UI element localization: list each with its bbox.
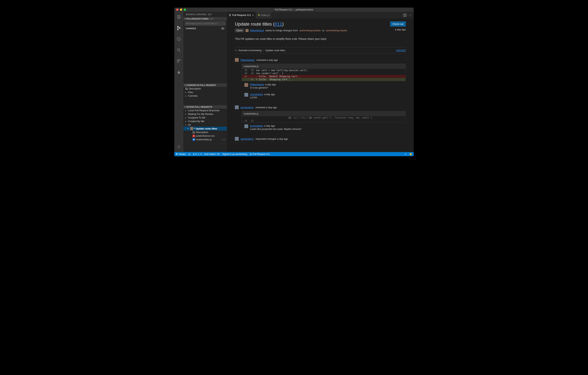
comment-time: a day ago: [265, 83, 276, 86]
target-branch: auchenberg:master.: [326, 29, 348, 32]
comment-author-link[interactable]: auchenberg: [250, 93, 263, 96]
signed-in-indicator[interactable]: Signed in as auchenberg: [222, 153, 247, 155]
comment-author-link[interactable]: RMacfarlane: [250, 83, 264, 86]
review-comment: auchenberga day ago Looks like productId…: [242, 122, 406, 132]
diff-line-deleted: - title: 'NodeJS Shopping Cart',: [255, 75, 406, 78]
svg-point-22: [250, 153, 251, 154]
deleted-file-icon: D: [192, 135, 195, 137]
branch-indicator[interactable]: tweaks: [176, 153, 186, 155]
search-icon[interactable]: [174, 46, 183, 54]
tab-index-js[interactable]: JS index.js: [256, 12, 272, 18]
changes-in-pr-header[interactable]: ▾ CHANGES IN PULL REQUEST: [183, 83, 227, 87]
sync-button[interactable]: [188, 153, 190, 155]
app-window: Pull Request #11 — pullrequest-demo: [174, 8, 414, 156]
explorer-icon[interactable]: [174, 13, 183, 21]
diff-box: routes/index.js 3939var cart = new Cart(…: [242, 64, 406, 81]
diff-table: @@ -11,7 +11,7 @@ router.get('/', functi…: [242, 116, 406, 122]
extensions-icon[interactable]: [174, 57, 183, 65]
tree-item-local-branches[interactable]: ▸Local Pull Request Branches: [183, 109, 227, 112]
repo-section-header[interactable]: ▾ PULLREQUEST-DEMO GIT: [183, 17, 227, 21]
repo-name: PULLREQUEST-DEMO: [186, 18, 209, 20]
svg-point-15: [193, 132, 194, 133]
author-link[interactable]: RMacfarlane: [250, 29, 264, 32]
event-user-link[interactable]: auchenberg: [241, 137, 254, 140]
chevron-down-icon: ▾: [185, 18, 185, 20]
review-comment: RMacfarlanea day ago Is it too generic?: [242, 81, 406, 91]
modified-file-icon: M: [192, 138, 195, 141]
split-editor-icon[interactable]: [403, 14, 406, 17]
svg-point-21: [177, 154, 178, 154]
azure-icon[interactable]: [174, 68, 183, 76]
tab-label: index.js: [261, 14, 269, 16]
reviewer-link[interactable]: auchenberg: [241, 106, 254, 109]
commit-message: Update route titles: [265, 49, 285, 52]
diff-line: [255, 119, 406, 122]
diff-file-path[interactable]: routes/index.js: [242, 111, 406, 116]
reviewer-link[interactable]: RMacfarlane: [241, 59, 255, 61]
diff-file-path[interactable]: routes/index.js: [242, 64, 406, 69]
pr-icon: [192, 131, 195, 134]
tree-label: Commits: [188, 94, 198, 97]
svg-point-4: [179, 28, 180, 29]
chevron-down-icon: ▾: [185, 106, 185, 108]
commit-row[interactable]: ⊙ Kenneth Auchenberg: Update route title…: [235, 47, 406, 54]
tree-item-favicon[interactable]: D public/favicon.ico: [183, 134, 227, 138]
chevron-right-icon: ▸: [185, 91, 187, 93]
commit-sha-link[interactable]: b282d10: [396, 49, 406, 52]
auto-attach-indicator[interactable]: Auto Attach: On: [204, 153, 220, 155]
diff-line: res.render('cart', {: [255, 72, 406, 75]
tree-label: Files: [188, 91, 193, 94]
pr-title: Update route titles (#11): [235, 22, 348, 27]
pr-status-badge: Open: [235, 29, 244, 32]
review-action: reviewed a day ago: [256, 106, 277, 109]
diff-line: var cart = new Cart(req.session.cart);: [255, 69, 406, 72]
tree-label: routes/index.js: [196, 138, 212, 141]
repo-provider: GIT: [210, 18, 213, 20]
svg-rect-7: [177, 60, 179, 61]
pr-context-indicator[interactable]: Pull Request #11: [250, 153, 270, 155]
file-status-icon: コメ: [222, 138, 226, 141]
comment-time: a day ago: [264, 124, 275, 127]
settings-gear-icon[interactable]: [174, 143, 183, 151]
feedback-icon[interactable]: ☺: [404, 153, 407, 155]
checkout-button[interactable]: Check out: [390, 22, 406, 27]
svg-point-19: [176, 153, 177, 154]
chevron-right-icon: ▸: [185, 120, 187, 122]
notifications-icon[interactable]: 🔔: [409, 153, 412, 155]
scm-icon[interactable]: [174, 24, 183, 32]
chevron-right-icon: ▸: [185, 113, 187, 115]
tree-item-pr-description[interactable]: Description: [183, 131, 227, 134]
github-prs-header[interactable]: ▾ GITHUB PULL REQUESTS: [183, 105, 227, 109]
svg-point-3: [178, 29, 178, 30]
comment-author-link[interactable]: auchenberg: [250, 124, 263, 127]
debug-icon[interactable]: [174, 35, 183, 43]
timeline-event: auchenberg requested changes a day ago: [235, 137, 406, 141]
tree-item-commits[interactable]: ▸ Commits: [183, 94, 227, 98]
error-icon: ⊘: [193, 153, 195, 155]
titlebar: Pull Request #11 — pullrequest-demo: [174, 8, 414, 12]
tree-item-files[interactable]: ▸ Files: [183, 90, 227, 94]
tab-label: Pull Request #11: [232, 14, 251, 16]
commit-message-input[interactable]: [185, 21, 226, 26]
tree-item-waiting-review[interactable]: ▸Waiting For My Review: [183, 112, 227, 116]
more-actions-icon[interactable]: ⋯: [409, 14, 411, 17]
tree-item-all[interactable]: ▾All: [183, 123, 227, 127]
sidebar: SOURCE CONTROL: GIT ▾ PULLREQUEST-DEMO G…: [183, 12, 227, 152]
tree-label: Assigned To Me: [188, 116, 205, 119]
comment-body: LGTM: [250, 96, 275, 99]
tree-item-index-js[interactable]: M routes/index.js コメ: [183, 138, 227, 141]
tree-item-assigned[interactable]: ▸Assigned To Me: [183, 116, 227, 120]
avatar: [235, 137, 239, 141]
pr-number-link[interactable]: #11: [274, 22, 282, 27]
tree-item-created[interactable]: ▸Created By Me: [183, 120, 227, 123]
warning-icon: ⚠: [198, 153, 200, 155]
chevron-down-icon: ▾: [185, 84, 185, 86]
tab-pull-request[interactable]: ☰ Pull Request #11 ×: [227, 12, 256, 18]
close-icon[interactable]: ×: [252, 14, 254, 17]
tree-item-description[interactable]: Description: [183, 87, 227, 90]
pr-icon: [185, 88, 188, 90]
tree-label: public/favicon.ico: [196, 134, 215, 137]
svg-point-20: [176, 154, 177, 155]
problems-indicator[interactable]: ⊘0 ⚠0: [193, 153, 201, 155]
tree-item-pr-update-route-titles[interactable]: ▾ * Update route titles: [183, 127, 227, 131]
